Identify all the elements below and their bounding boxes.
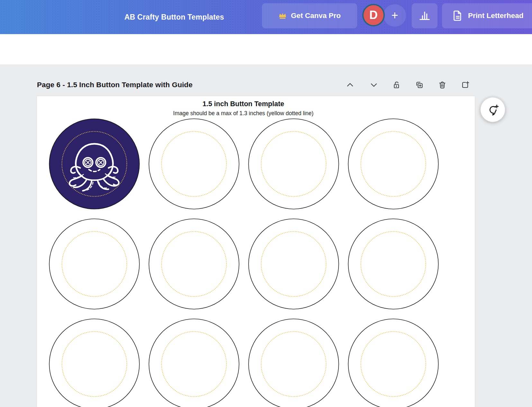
canva-editor-screen: AB Crafty Button Templates Get Canva Pro…	[0, 0, 532, 407]
crown-icon	[278, 12, 287, 20]
button-circle-empty[interactable]	[248, 118, 339, 209]
button-template-grid	[49, 118, 439, 407]
delete-page-button[interactable]	[437, 79, 448, 91]
page-title[interactable]: Page 6 - 1.5 Inch Button Template with G…	[37, 81, 193, 89]
canvas-caption[interactable]: Image should be a max of 1.3 inches (yel…	[173, 110, 314, 117]
button-circle-empty[interactable]	[49, 218, 140, 310]
subheader-strip	[0, 34, 532, 64]
duplicate-page-icon	[415, 80, 424, 89]
get-canva-pro-label: Get Canva Pro	[291, 12, 341, 20]
button-circle-empty[interactable]	[348, 319, 439, 407]
button-circle-empty[interactable]	[149, 218, 239, 310]
avatar-initial: D	[369, 8, 378, 22]
button-circle-empty[interactable]	[248, 319, 339, 407]
canvas-heading[interactable]: 1.5 inch Button Template	[203, 100, 284, 108]
print-letterhead-button[interactable]: Print Letterhead	[442, 3, 532, 28]
button-circle-filled[interactable]	[49, 118, 140, 209]
move-page-up-button[interactable]	[344, 79, 356, 91]
duplicate-page-button[interactable]	[414, 79, 425, 91]
add-comment-icon	[486, 103, 500, 116]
button-circle-empty[interactable]	[248, 218, 339, 310]
button-circle-empty[interactable]	[49, 319, 140, 407]
trash-icon	[438, 80, 447, 89]
print-letterhead-label: Print Letterhead	[468, 12, 524, 20]
unlock-icon	[392, 80, 401, 89]
button-circle-empty[interactable]	[149, 118, 239, 209]
add-account-button[interactable]: +	[383, 4, 406, 27]
get-canva-pro-button[interactable]: Get Canva Pro	[262, 3, 357, 28]
canvas-page[interactable]: 1.5 inch Button Template Image should be…	[37, 96, 475, 407]
add-page-icon	[461, 80, 470, 89]
document-icon	[451, 9, 464, 22]
chevron-down-icon	[369, 80, 378, 89]
plus-icon: +	[391, 9, 398, 22]
insights-button[interactable]	[412, 3, 437, 28]
button-circle-empty[interactable]	[348, 118, 439, 209]
button-circle-empty[interactable]	[149, 319, 239, 407]
top-bar: AB Crafty Button Templates Get Canva Pro…	[0, 0, 532, 34]
add-comment-button[interactable]	[481, 97, 505, 122]
design-title[interactable]: AB Crafty Button Templates	[124, 13, 224, 22]
chevron-up-icon	[346, 80, 355, 89]
avatar[interactable]: D	[362, 4, 385, 26]
lock-page-button[interactable]	[391, 79, 402, 91]
add-page-button[interactable]	[459, 79, 471, 91]
button-circle-empty[interactable]	[348, 218, 439, 310]
move-page-down-button[interactable]	[368, 79, 380, 91]
bar-chart-icon	[418, 9, 431, 23]
